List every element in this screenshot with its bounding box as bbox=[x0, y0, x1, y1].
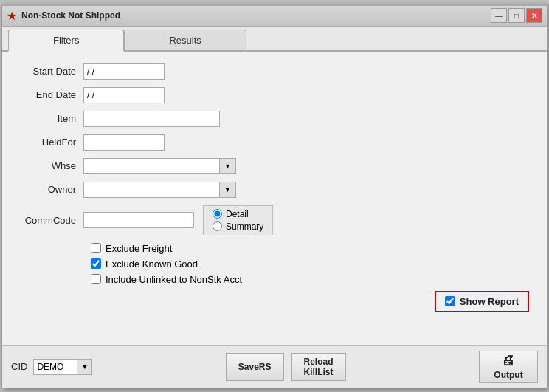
show-report-checkbox[interactable] bbox=[445, 296, 455, 306]
heldfor-row: HeldFor bbox=[17, 134, 532, 151]
title-bar: ★ Non-Stock Not Shipped — □ ✕ bbox=[2, 6, 547, 27]
show-report-box[interactable]: Show Report bbox=[435, 291, 529, 312]
output-label: Output bbox=[494, 370, 522, 380]
item-label: Item bbox=[17, 113, 83, 124]
whse-input[interactable] bbox=[83, 158, 220, 174]
owner-select-wrapper: ▼ bbox=[83, 182, 236, 198]
radio-detail-input[interactable] bbox=[213, 209, 222, 219]
whse-dropdown-arrow[interactable]: ▼ bbox=[220, 158, 236, 174]
end-date-input[interactable] bbox=[83, 87, 165, 103]
exclude-freight-item: Exclude Freight bbox=[91, 243, 532, 254]
main-window: ★ Non-Stock Not Shipped — □ ✕ Filters Re… bbox=[1, 4, 548, 388]
exclude-known-good-checkbox[interactable] bbox=[91, 258, 101, 269]
owner-label: Owner bbox=[17, 184, 83, 195]
exclude-known-good-label: Exclude Known Good bbox=[106, 258, 198, 269]
tabs-bar: Filters Results bbox=[2, 27, 547, 52]
radio-detail-label: Detail bbox=[226, 209, 249, 219]
commcode-label: CommCode bbox=[17, 215, 83, 226]
start-date-row: Start Date bbox=[17, 63, 532, 80]
start-date-input[interactable] bbox=[83, 63, 165, 80]
checkboxes-area: Exclude Freight Exclude Known Good Inclu… bbox=[91, 243, 532, 285]
close-button[interactable]: ✕ bbox=[526, 8, 542, 23]
content-area: Start Date End Date Item HeldFor Whse ▼ bbox=[2, 52, 547, 345]
detail-summary-radio-group: Detail Summary bbox=[203, 205, 273, 235]
show-report-row: Show Report bbox=[17, 291, 532, 312]
include-unlinked-checkbox[interactable] bbox=[91, 274, 101, 284]
cid-dropdown-arrow[interactable]: ▼ bbox=[77, 359, 92, 375]
minimize-button[interactable]: — bbox=[491, 8, 507, 23]
radio-detail: Detail bbox=[213, 209, 263, 219]
radio-summary: Summary bbox=[213, 221, 263, 232]
radio-summary-label: Summary bbox=[226, 221, 263, 232]
window-controls: — □ ✕ bbox=[491, 8, 542, 23]
owner-input[interactable] bbox=[83, 182, 220, 198]
end-date-row: End Date bbox=[17, 87, 532, 103]
footer-left: CID ▼ bbox=[11, 359, 92, 375]
whse-row: Whse ▼ bbox=[17, 158, 532, 174]
window-title: Non-Stock Not Shipped bbox=[21, 10, 491, 21]
cid-select: ▼ bbox=[33, 359, 92, 375]
end-date-label: End Date bbox=[17, 89, 83, 100]
commcode-row: CommCode Detail Summary bbox=[17, 205, 532, 235]
owner-row: Owner ▼ bbox=[17, 182, 532, 198]
include-unlinked-label: Include Unlinked to NonStk Acct bbox=[106, 274, 242, 285]
tab-filters[interactable]: Filters bbox=[8, 30, 124, 52]
heldfor-label: HeldFor bbox=[17, 137, 83, 148]
commcode-input[interactable] bbox=[83, 212, 194, 228]
cid-label: CID bbox=[11, 361, 27, 372]
exclude-freight-checkbox[interactable] bbox=[91, 243, 101, 253]
reload-kill-list-button[interactable]: Reload KillList bbox=[291, 353, 346, 381]
include-unlinked-item: Include Unlinked to NonStk Acct bbox=[91, 274, 532, 285]
output-button[interactable]: 🖨 Output bbox=[479, 351, 538, 383]
show-report-label: Show Report bbox=[460, 296, 519, 307]
exclude-freight-label: Exclude Freight bbox=[106, 243, 172, 254]
printer-icon: 🖨 bbox=[502, 353, 515, 368]
start-date-label: Start Date bbox=[17, 66, 83, 77]
footer-bar: CID ▼ SaveRS Reload KillList 🖨 Output bbox=[2, 345, 547, 388]
maximize-button[interactable]: □ bbox=[508, 8, 525, 23]
owner-dropdown-arrow[interactable]: ▼ bbox=[220, 182, 236, 198]
footer-center: SaveRS Reload KillList bbox=[226, 353, 346, 381]
tab-results[interactable]: Results bbox=[124, 30, 246, 50]
radio-summary-input[interactable] bbox=[213, 221, 222, 231]
whse-label: Whse bbox=[17, 160, 83, 171]
footer-right: 🖨 Output bbox=[479, 351, 538, 383]
cid-input[interactable] bbox=[33, 359, 77, 375]
whse-select-wrapper: ▼ bbox=[83, 158, 236, 174]
item-row: Item bbox=[17, 111, 532, 127]
heldfor-input[interactable] bbox=[83, 134, 165, 151]
save-rs-button[interactable]: SaveRS bbox=[226, 353, 284, 381]
exclude-known-good-item: Exclude Known Good bbox=[91, 258, 532, 269]
app-icon: ★ bbox=[7, 9, 17, 23]
item-input[interactable] bbox=[83, 111, 220, 127]
